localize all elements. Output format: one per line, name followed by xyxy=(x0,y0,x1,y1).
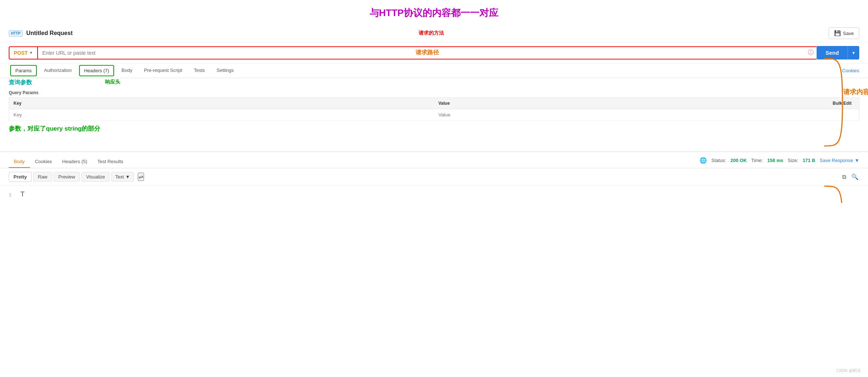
section-query-params: Query Params xyxy=(9,88,859,97)
page-title: 与HTTP协议的内容都一一对应 xyxy=(0,0,868,24)
format-chevron-icon: ▼ xyxy=(125,174,130,180)
format-dropdown[interactable]: Text ▼ xyxy=(111,172,134,182)
params-table: Key Value Bulk Edit xyxy=(9,97,859,121)
method-selector[interactable]: POST ▼ xyxy=(9,46,38,59)
tab-params[interactable]: Params xyxy=(10,65,37,76)
tab-tests[interactable]: Tests xyxy=(188,64,211,77)
annotation-query-string: 参数，对应了query string的部分 xyxy=(9,125,100,132)
send-button-group[interactable]: Send ▼ xyxy=(817,46,859,59)
preview-button[interactable]: Preview xyxy=(54,172,80,182)
request-title: Untitled Request xyxy=(26,30,411,36)
url-warning-icon: ⓘ xyxy=(808,49,814,57)
search-button[interactable]: 🔍 xyxy=(851,173,859,181)
save-response-button[interactable]: Save Response ▼ xyxy=(820,158,859,163)
method-label: POST xyxy=(14,50,28,56)
resp-tab-test-results[interactable]: Test Results xyxy=(92,156,128,168)
annotation-query-params: 查询参数 xyxy=(9,79,32,86)
method-chevron-icon: ▼ xyxy=(29,51,33,55)
font-size-icon: T xyxy=(20,190,25,199)
line-number: 1 xyxy=(9,192,12,198)
table-row xyxy=(9,109,859,121)
pretty-button[interactable]: Pretty xyxy=(9,172,32,182)
time-value: 158 ms xyxy=(767,158,783,163)
bulk-edit-button[interactable]: Bulk Edit xyxy=(830,101,855,106)
time-label: Time: xyxy=(751,158,763,163)
wrap-button[interactable]: ⇌ xyxy=(138,173,144,181)
size-value: 171 B xyxy=(803,158,816,163)
value-input[interactable] xyxy=(439,112,855,118)
visualize-button[interactable]: Visualize xyxy=(81,172,110,182)
status-value: 200 OK xyxy=(731,158,747,163)
tab-authorization[interactable]: Authorization xyxy=(38,64,78,77)
resp-tab-headers[interactable]: Headers (5) xyxy=(57,156,93,168)
tab-settings[interactable]: Settings xyxy=(211,64,240,77)
globe-icon: 🌐 xyxy=(700,157,707,164)
tab-headers[interactable]: Headers (7) xyxy=(79,65,114,76)
size-label: Size: xyxy=(788,158,798,163)
save-response-chevron-icon: ▼ xyxy=(855,158,859,163)
cookies-link[interactable]: Cookies xyxy=(842,68,859,73)
save-label: Save xyxy=(843,31,854,36)
status-label: Status: xyxy=(711,158,726,163)
annotation-headers: 响应头 xyxy=(105,79,120,85)
resp-tab-body[interactable]: Body xyxy=(9,156,30,168)
save-icon: 💾 xyxy=(834,30,841,36)
http-badge: HTTP xyxy=(9,30,23,36)
copy-button[interactable]: ⧉ xyxy=(841,173,847,181)
url-input[interactable] xyxy=(38,46,817,59)
tab-body[interactable]: Body xyxy=(116,64,138,77)
resp-tab-cookies[interactable]: Cookies xyxy=(30,156,57,168)
send-chevron-button[interactable]: ▼ xyxy=(848,46,859,59)
send-button[interactable]: Send xyxy=(817,46,848,59)
annotation-method: 请求的方法 xyxy=(419,30,444,36)
value-column-header: Value Bulk Edit xyxy=(434,98,859,109)
key-column-header: Key xyxy=(9,98,434,109)
save-button[interactable]: 💾 Save xyxy=(829,27,859,39)
key-input[interactable] xyxy=(13,112,430,118)
raw-button[interactable]: Raw xyxy=(33,172,52,182)
tab-pre-request[interactable]: Pre-request Script xyxy=(138,64,188,77)
